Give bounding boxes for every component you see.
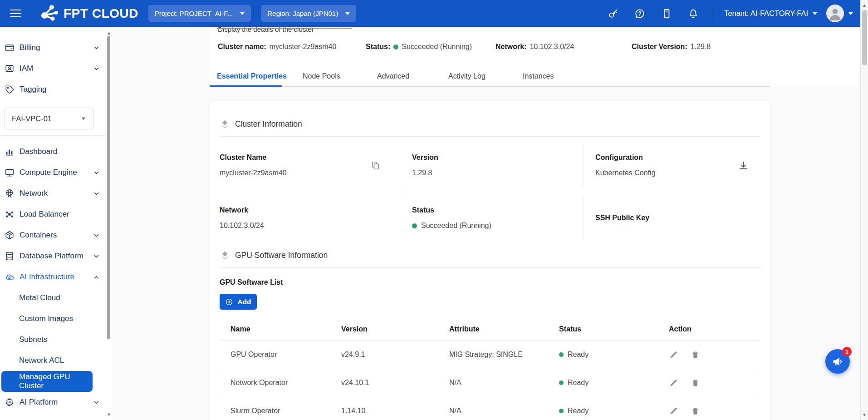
notifications-bell-icon[interactable] — [687, 7, 699, 20]
tabs-bottom-border — [210, 86, 770, 87]
summary-cluster-name: Cluster name: mycluster-2z9asm40 — [218, 43, 336, 51]
account-chevron-down-icon[interactable] — [848, 12, 853, 15]
table-row: Network Operator v24.10.1 N/A Ready — [220, 369, 760, 397]
status-dot-green — [393, 44, 398, 49]
sidebar-subitem-label: Custom Images — [19, 314, 73, 323]
sidebar-scrollbar[interactable]: ▲ ▼ — [106, 27, 112, 420]
tab-advanced[interactable]: Advanced — [377, 72, 409, 80]
scrolled-divider — [217, 28, 352, 29]
page-scrollbar-thumb[interactable] — [862, 10, 867, 65]
scroll-up-arrow[interactable]: ▲ — [861, 3, 868, 8]
edit-pencil-icon[interactable] — [669, 406, 678, 416]
field-label: SSH Public Key — [595, 214, 649, 222]
status-dot-green — [559, 352, 564, 357]
support-chat-icon[interactable] — [633, 7, 646, 20]
vpc-selector[interactable]: FAI-VPC-01 — [5, 108, 93, 129]
summary-label: Network: — [495, 43, 526, 51]
chevron-down-icon — [345, 12, 350, 15]
chevron-down-icon — [93, 232, 100, 239]
cell-action — [658, 341, 760, 369]
field-label: Configuration — [595, 153, 656, 162]
api-key-icon[interactable] — [607, 7, 619, 20]
cell-name: Slurm Operator — [220, 397, 330, 420]
scroll-down-arrow[interactable]: ▼ — [861, 412, 868, 417]
sidebar-subitem-network-acl[interactable]: Network ACL — [0, 350, 106, 371]
essential-properties-panel: Cluster Information Cluster Name myclust… — [210, 101, 770, 420]
sidebar-subitem-custom-images[interactable]: Custom Images — [0, 308, 106, 329]
sidebar-item-label: AI Infrastructure — [20, 272, 74, 282]
tab-essential-properties[interactable]: Essential Properties — [217, 72, 287, 80]
delete-trash-icon[interactable] — [691, 406, 700, 416]
page-scrollbar[interactable]: ▲ ▼ — [860, 0, 868, 420]
copy-icon[interactable] — [370, 160, 381, 171]
sidebar-item-database-platform[interactable]: Database Platform — [0, 246, 106, 267]
summary-value: mycluster-2z9asm40 — [270, 43, 337, 51]
sidebar-item-dashboard[interactable]: Dashboard — [0, 141, 106, 162]
tab-node-pools[interactable]: Node Pools — [303, 72, 340, 80]
summary-status: Status: Succeeded (Running) — [366, 43, 472, 51]
sidebar-item-label: Containers — [20, 231, 57, 240]
sidebar-item-billing[interactable]: Billing — [0, 37, 106, 58]
cell-action — [658, 369, 760, 397]
status-dot-green — [559, 380, 564, 385]
vpc-selector-value: FAI-VPC-01 — [12, 114, 52, 123]
tab-activity-log[interactable]: Activity Log — [448, 72, 485, 80]
navbar-divider — [713, 7, 713, 20]
tab-instances[interactable]: Instances — [523, 72, 554, 80]
menu-hamburger-icon[interactable] — [10, 7, 24, 20]
sidebar-subitem-subnets[interactable]: Subnets — [0, 329, 106, 350]
announcements-fab[interactable]: 1 — [825, 349, 850, 374]
table-row: Slurm Operator 1.14.10 N/A Ready — [220, 397, 760, 420]
field-value: 10.102.3.0/24 — [220, 222, 391, 230]
sidebar-scrollbar-thumb[interactable] — [107, 36, 110, 339]
edit-pencil-icon[interactable] — [669, 350, 678, 360]
cluster-header: Display the details of the cluster Clust… — [210, 27, 860, 87]
monitor-icon — [5, 167, 15, 178]
cell-status: Ready — [548, 397, 658, 420]
layers-diamond-icon — [220, 250, 230, 261]
summary-label: Cluster name: — [218, 43, 266, 51]
ai-chip-icon: AI — [5, 397, 15, 408]
id-card-icon — [5, 63, 15, 74]
sidebar-item-compute-engine[interactable]: Compute Engine — [0, 162, 106, 183]
sidebar-item-containers[interactable]: Containers — [0, 225, 106, 246]
column-header-status: Status — [548, 318, 658, 341]
summary-network: Network: 10.102.3.0/24 — [495, 43, 574, 51]
delete-trash-icon[interactable] — [691, 350, 700, 360]
add-gpu-software-button[interactable]: Add — [220, 294, 257, 310]
top-navbar: FPT CLOUD Project: PROJECT_AI-F... Regio… — [0, 0, 860, 27]
field-value: mycluster-2z9asm40 — [220, 169, 287, 177]
status-dot-green — [559, 409, 564, 413]
cell-version: 1.14.10 — [330, 397, 438, 420]
sidebar-item-label: AI Platform — [20, 398, 58, 407]
delete-trash-icon[interactable] — [691, 378, 700, 388]
sidebar-item-ai-platform[interactable]: AI AI Platform — [0, 392, 106, 413]
logo-molecule-icon — [38, 4, 59, 24]
tenant-selector[interactable]: Tenant: AI-FACTORY-FAI — [724, 9, 817, 18]
project-selector[interactable]: Project: PROJECT_AI-F... — [148, 5, 251, 22]
sidebar-item-ai-infrastructure[interactable]: AI Infrastructure — [0, 267, 106, 287]
release-notes-icon[interactable] — [660, 7, 672, 20]
field-value: 1.29.8 — [412, 169, 574, 177]
sidebar-subitem-managed-gpu-cluster[interactable]: Managed GPU Cluster — [1, 371, 93, 392]
field-status: Status Succeeded (Running) — [400, 197, 583, 239]
download-icon[interactable] — [738, 160, 749, 171]
sidebar-item-iam[interactable]: IAM — [0, 58, 106, 79]
user-avatar[interactable] — [826, 5, 844, 22]
sidebar-divider — [0, 135, 106, 136]
scroll-down-arrow[interactable]: ▼ — [107, 412, 111, 417]
scroll-up-arrow[interactable]: ▲ — [107, 31, 111, 35]
table-header-row: Name Version Attribute Status Action — [220, 318, 760, 341]
chevron-down-icon — [93, 65, 100, 72]
sidebar-item-load-balancer[interactable]: Load Balancer — [0, 204, 106, 225]
field-label: Network — [220, 206, 391, 214]
sidebar-item-network[interactable]: Network — [0, 183, 106, 204]
sidebar-subitem-metal-cloud[interactable]: Metal Cloud — [0, 287, 106, 308]
region-selector[interactable]: Region: Japan (JPN01) — [261, 5, 356, 22]
edit-pencil-icon[interactable] — [669, 378, 678, 388]
cell-attribute: N/A — [438, 397, 548, 420]
sidebar-item-tagging[interactable]: Tagging — [0, 79, 106, 100]
cell-name: Network Operator — [220, 369, 330, 397]
sidebar-subitem-label: Network ACL — [19, 356, 64, 365]
summary-value: 1.29.8 — [691, 43, 711, 51]
